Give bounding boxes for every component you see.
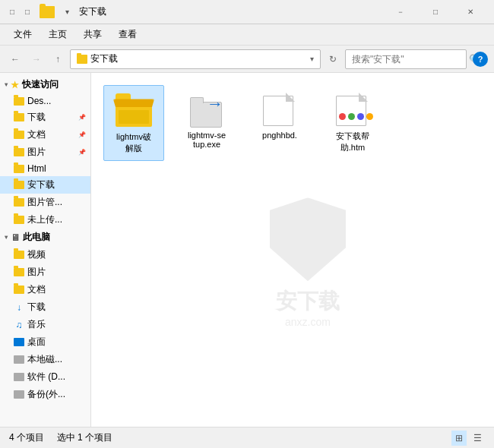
sidebar-section-quick-access[interactable]: ▾ ★ 快速访问 — [0, 76, 90, 93]
back-button[interactable]: ← — [6, 50, 24, 68]
minimize-button[interactable]: － — [383, 0, 418, 24]
drive-icon — [14, 390, 24, 400]
window-controls: － □ ✕ — [383, 0, 488, 24]
file-item-lightmv-crack[interactable]: lightmv破解版 — [103, 85, 164, 161]
sidebar-item-docs[interactable]: 文档 📌 — [0, 126, 90, 144]
sidebar-item-label: 软件 (D... — [27, 371, 65, 383]
address-bar[interactable]: 安下载 ▾ — [70, 49, 321, 69]
folder-icon — [14, 215, 24, 226]
view-grid-button[interactable]: ⊞ — [451, 431, 467, 446]
window-icon: □ — [6, 6, 18, 18]
up-button[interactable]: ↑ — [49, 50, 67, 68]
watermark-text2: anxz.com — [270, 316, 346, 328]
address-text: 安下载 — [90, 52, 118, 65]
download-icon: ↓ — [14, 302, 24, 313]
main-layout: ▾ ★ 快速访问 Des... 下载 📌 文档 📌 图片 📌 Html — [0, 73, 494, 427]
title-bar-icons: □ □ ▾ — [6, 6, 73, 18]
title-icon-2: □ — [21, 6, 33, 18]
file-label-lightmv-crack: lightmv破解版 — [116, 131, 151, 154]
file-label-htm: 安下载帮助.htm — [336, 131, 369, 153]
dropdown-arrow[interactable]: ▾ — [61, 6, 73, 18]
sidebar-item-imgmgr[interactable]: 图片管... — [0, 194, 90, 211]
sidebar-item-html[interactable]: Html — [0, 161, 90, 176]
sidebar-item-label: 图片 — [27, 266, 46, 279]
sidebar-item-desktop[interactable]: 桌面 — [0, 333, 90, 351]
sidebar-item-label: 视频 — [27, 248, 46, 261]
close-button[interactable]: ✕ — [453, 0, 488, 24]
sidebar-item-upload[interactable]: 未上传... — [0, 211, 90, 229]
search-bar[interactable]: 🔍 — [345, 49, 467, 69]
watermark-shield — [270, 197, 346, 281]
folder-icon — [14, 163, 24, 174]
music-icon: ♫ — [14, 320, 24, 330]
view-list-button[interactable]: ☰ — [470, 431, 485, 446]
sidebar-section-thispc[interactable]: ▾ 🖥 此电脑 — [0, 229, 90, 246]
folder-icon — [14, 112, 24, 123]
status-bar: 4 个项目 选中 1 个项目 ⊞ ☰ — [0, 427, 494, 448]
sidebar-item-label: 文档 — [27, 128, 46, 141]
sidebar-item-label: 下载 — [27, 301, 46, 314]
sidebar-item-videos[interactable]: 视频 — [0, 246, 90, 263]
sidebar-item-label: 安下载 — [27, 178, 55, 191]
sidebar-item-download[interactable]: 下载 📌 — [0, 109, 90, 126]
sidebar-item-music[interactable]: ♫ 音乐 — [0, 316, 90, 333]
sidebar-item-label: 图片管... — [27, 196, 62, 209]
sidebar-item-des[interactable]: Des... — [0, 93, 90, 109]
sidebar-item-photos[interactable]: 图片 — [0, 263, 90, 281]
watermark-text1: 安下载 — [270, 287, 346, 316]
drive-icon — [14, 355, 24, 365]
chevron-icon-thispc: ▾ — [5, 234, 8, 241]
search-input[interactable] — [352, 54, 466, 65]
status-selected-text: 选中 1 个项目 — [57, 432, 112, 443]
quick-access-label: 快速访问 — [22, 78, 59, 91]
folder-icon — [14, 96, 24, 106]
sidebar-item-backup-drive[interactable]: 备份(外... — [0, 386, 90, 403]
sidebar-item-label: 未上传... — [27, 213, 62, 226]
star-icon: ★ — [11, 80, 19, 90]
file-item-htm[interactable]: 安下载帮助.htm — [322, 85, 383, 161]
folder-icon — [14, 285, 24, 295]
drive-icon — [14, 372, 24, 383]
status-count: 4 个项目 选中 1 个项目 — [9, 431, 112, 444]
menu-item-file[interactable]: 文件 — [6, 25, 40, 44]
status-count-text: 4 个项目 — [9, 432, 44, 443]
file-icon-png — [261, 91, 298, 128]
status-view-controls: ⊞ ☰ — [451, 431, 485, 446]
file-icon-exe: → — [188, 91, 225, 128]
sidebar-item-label: 桌面 — [27, 336, 46, 349]
watermark: 安下载 anxz.com — [270, 197, 346, 328]
folder-icon — [14, 180, 24, 191]
folder-icon — [14, 130, 24, 140]
folder-icon — [14, 197, 24, 208]
address-chevron-icon[interactable]: ▾ — [310, 55, 314, 63]
content-area: 安下载 anxz.com lightmv破解版 — [91, 73, 494, 427]
folder-icon-title — [40, 6, 55, 18]
folder-icon — [14, 250, 24, 260]
thispc-label: 此电脑 — [23, 231, 50, 244]
sidebar-item-label: 音乐 — [27, 318, 46, 331]
menu-item-view[interactable]: 查看 — [111, 25, 144, 44]
menu-item-share[interactable]: 共享 — [76, 25, 109, 44]
sidebar-item-documents[interactable]: 文档 — [0, 281, 90, 298]
menu-bar: 文件 主页 共享 查看 — [0, 24, 494, 46]
toolbar: ← → ↑ 安下载 ▾ ↻ 🔍 ? — [0, 46, 494, 73]
file-item-lightmv-setup[interactable]: → lightmv-setup.exe — [176, 85, 237, 161]
maximize-button[interactable]: □ — [418, 0, 453, 24]
sidebar-item-pictures[interactable]: 图片 📌 — [0, 144, 90, 161]
file-item-pnghhbd[interactable]: pnghhbd. — [249, 85, 310, 161]
title-bar: □ □ ▾ 安下载 － □ ✕ — [0, 0, 494, 24]
file-icon-folder-open — [116, 92, 152, 128]
sidebar-item-local-drive[interactable]: 本地磁... — [0, 351, 90, 368]
sidebar-item-dl[interactable]: ↓ 下载 — [0, 298, 90, 316]
sidebar-item-anzaixia[interactable]: 安下载 — [0, 176, 90, 194]
forward-button: → — [27, 50, 46, 68]
menu-item-home[interactable]: 主页 — [41, 25, 74, 44]
sidebar-item-label: 备份(外... — [27, 388, 65, 401]
help-button[interactable]: ? — [473, 52, 488, 67]
folder-icon — [14, 267, 24, 278]
refresh-button[interactable]: ↻ — [324, 50, 342, 68]
sidebar-item-label: 本地磁... — [27, 353, 62, 366]
sidebar-item-software-drive[interactable]: 软件 (D... — [0, 368, 90, 386]
desktop-icon — [14, 337, 24, 348]
folder-icon — [14, 147, 24, 158]
